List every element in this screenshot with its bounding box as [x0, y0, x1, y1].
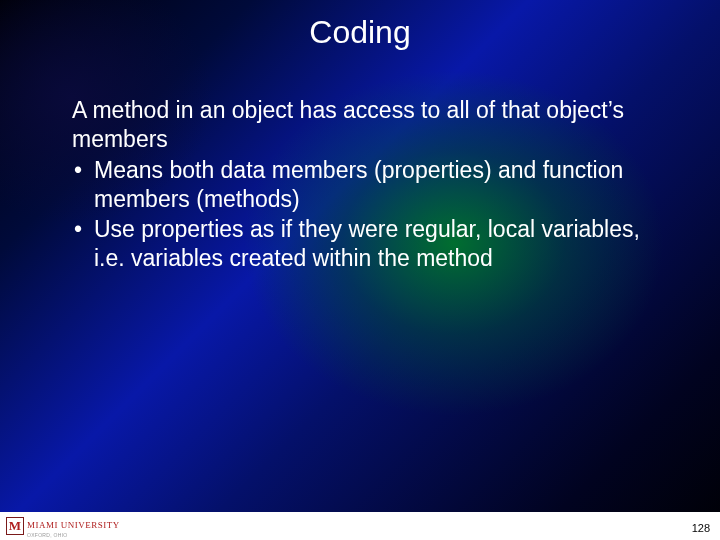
slide: Coding A method in an object has access …	[0, 0, 720, 540]
slide-title: Coding	[0, 14, 720, 51]
logo-text: MIAMI UNIVERSITY	[27, 520, 120, 530]
page-number: 128	[692, 522, 710, 534]
bullet-item: Use properties as if they were regular, …	[72, 215, 662, 273]
logo-subtext: OXFORD, OHIO	[27, 532, 120, 538]
bullet-item: Means both data members (properties) and…	[72, 156, 662, 214]
logo-text-block: MIAMI UNIVERSITY OXFORD, OHIO	[27, 514, 120, 538]
slide-body: A method in an object has access to all …	[72, 96, 662, 273]
footer-bar: M MIAMI UNIVERSITY OXFORD, OHIO 128	[0, 512, 720, 540]
university-logo: M MIAMI UNIVERSITY OXFORD, OHIO	[6, 516, 126, 536]
intro-text: A method in an object has access to all …	[72, 96, 662, 154]
logo-mark-icon: M	[6, 517, 24, 535]
bullet-list: Means both data members (properties) and…	[72, 156, 662, 273]
